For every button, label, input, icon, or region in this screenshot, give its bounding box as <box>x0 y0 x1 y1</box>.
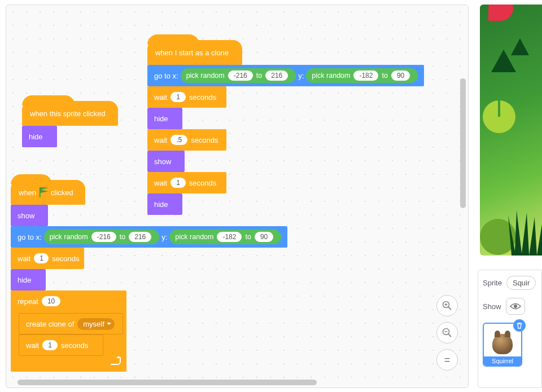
input-ymax[interactable]: 90 <box>255 232 273 242</box>
block-wait[interactable]: wait .5 seconds <box>147 129 226 151</box>
label: to <box>256 72 262 80</box>
squirrel-icon <box>492 334 513 354</box>
block-show[interactable]: show <box>147 151 185 172</box>
label: pick random <box>50 233 88 241</box>
label: y: <box>298 72 304 80</box>
delete-sprite-button[interactable] <box>513 319 526 332</box>
block-label: hide <box>29 133 43 141</box>
stage-preview[interactable] <box>480 5 542 256</box>
show-label: Show <box>483 302 501 311</box>
block-create-clone[interactable]: create clone of myself <box>19 313 123 334</box>
zoom-in-button[interactable] <box>436 295 458 316</box>
input-xmin[interactable]: -216 <box>228 71 253 81</box>
stage-tree <box>511 38 529 55</box>
label: wait <box>154 136 167 144</box>
hat-label: when I start as a clone <box>155 49 229 57</box>
block-repeat[interactable]: repeat 10 create clone of myself wait 1 … <box>11 290 126 372</box>
sprite-name-input[interactable]: Squir <box>506 276 536 290</box>
block-show[interactable]: show <box>11 205 48 226</box>
trash-icon <box>516 322 523 329</box>
input-ymin[interactable]: -182 <box>217 232 242 242</box>
dropdown-label: myself <box>83 320 104 328</box>
visibility-show-button[interactable] <box>506 298 525 315</box>
operator-pick-random-x[interactable]: pick random -216 to 216 <box>181 68 296 83</box>
input-xmax[interactable]: 216 <box>265 71 288 81</box>
zoom-out-icon <box>442 328 452 338</box>
green-flag-icon <box>38 187 49 197</box>
zoom-reset-button[interactable]: = <box>436 349 458 371</box>
block-label: show <box>154 157 171 166</box>
block-goto-xy[interactable]: go to x: pick random -216 to 216 y: pick… <box>147 65 424 86</box>
hat-label-prefix: when <box>19 188 36 197</box>
input-times[interactable]: 10 <box>42 296 60 306</box>
operator-pick-random-x[interactable]: pick random -216 to 216 <box>44 230 160 244</box>
blocks-workspace[interactable]: when this sprite clicked hide when click… <box>6 5 469 388</box>
zoom-out-button[interactable] <box>436 322 458 343</box>
label: to <box>382 72 387 80</box>
block-hide[interactable]: hide <box>147 108 182 129</box>
stack-sprite-clicked[interactable]: when this sprite clicked hide <box>22 101 118 147</box>
hat-label-suffix: clicked <box>51 188 73 197</box>
label: y: <box>161 233 167 241</box>
stage-lilypad <box>483 100 515 133</box>
block-hide[interactable]: hide <box>22 126 57 147</box>
block-goto-xy[interactable]: go to x: pick random -216 to 216 y: pick… <box>11 226 287 248</box>
block-wait[interactable]: wait 1 seconds <box>147 86 226 108</box>
vertical-scrollbar[interactable] <box>460 78 466 208</box>
svg-line-1 <box>448 307 451 310</box>
label: go to x: <box>154 72 178 80</box>
label: seconds <box>52 254 79 263</box>
input-xmax[interactable]: 216 <box>129 232 151 242</box>
input-ymax[interactable]: 90 <box>391 71 410 81</box>
zoom-controls: = <box>436 295 458 371</box>
block-label: hide <box>154 200 168 209</box>
hat-when-start-as-clone[interactable]: when I start as a clone <box>147 40 242 65</box>
block-hide[interactable]: hide <box>147 193 182 215</box>
block-wait[interactable]: wait 1 seconds <box>11 248 84 269</box>
block-hide[interactable]: hide <box>11 269 46 290</box>
input-seconds[interactable]: 1 <box>171 178 186 188</box>
operator-pick-random-y[interactable]: pick random -182 to 90 <box>306 68 418 83</box>
sprite-thumbnail[interactable]: Squirrel <box>483 323 522 367</box>
input-xmin[interactable]: -216 <box>91 232 116 242</box>
label: wait <box>154 93 167 102</box>
horizontal-scrollbar[interactable] <box>18 380 317 385</box>
eye-icon <box>510 302 521 310</box>
stage-flower <box>488 5 513 21</box>
block-wait[interactable]: wait 1 seconds <box>19 334 103 356</box>
label: seconds <box>191 136 218 144</box>
equals-icon: = <box>444 354 451 366</box>
input-seconds[interactable]: 1 <box>34 253 49 263</box>
thumbnail-label: Squirrel <box>484 356 521 365</box>
label: wait <box>18 254 30 263</box>
block-wait[interactable]: wait 1 seconds <box>147 172 226 193</box>
sprite-panel: Sprite Squir Show Squirrel <box>478 270 542 388</box>
sprite-label: Sprite <box>483 279 502 287</box>
svg-line-5 <box>448 334 451 337</box>
zoom-in-icon <box>442 301 452 311</box>
svg-point-7 <box>514 305 517 308</box>
hat-when-sprite-clicked[interactable]: when this sprite clicked <box>22 101 118 126</box>
block-label: hide <box>154 114 168 123</box>
input-seconds[interactable]: 1 <box>42 340 58 350</box>
hat-when-flag-clicked[interactable]: when clicked <box>11 180 85 205</box>
label: to <box>245 233 251 241</box>
label: pick random <box>312 72 350 80</box>
label: to <box>120 233 125 241</box>
label: go to x: <box>18 233 42 241</box>
operator-pick-random-y[interactable]: pick random -182 to 90 <box>169 230 281 244</box>
label: seconds <box>189 179 216 187</box>
label: wait <box>26 341 39 350</box>
dropdown-clone-target[interactable]: myself <box>77 318 115 330</box>
block-label: hide <box>18 276 32 284</box>
block-label: show <box>18 212 34 220</box>
input-ymin[interactable]: -182 <box>353 71 378 81</box>
input-seconds[interactable]: .5 <box>171 135 187 145</box>
label: repeat <box>18 297 38 306</box>
label: pick random <box>175 233 213 241</box>
label: seconds <box>189 93 216 102</box>
hat-label: when this sprite clicked <box>30 109 106 118</box>
input-seconds[interactable]: 1 <box>171 92 186 102</box>
stack-clone[interactable]: when I start as a clone go to x: pick ra… <box>147 40 424 215</box>
label: wait <box>154 179 167 187</box>
